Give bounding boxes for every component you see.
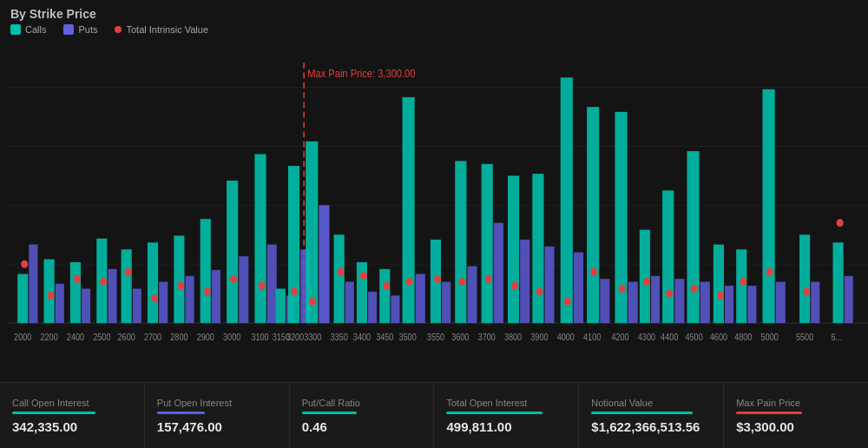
calls-legend-label: Calls bbox=[25, 24, 46, 35]
svg-text:3450: 3450 bbox=[376, 333, 393, 343]
svg-text:3300: 3300 bbox=[304, 333, 321, 343]
svg-rect-13 bbox=[70, 262, 81, 323]
svg-text:4200: 4200 bbox=[611, 333, 628, 343]
svg-rect-99 bbox=[799, 234, 810, 323]
svg-text:4500: 4500 bbox=[685, 333, 702, 343]
svg-rect-52 bbox=[391, 295, 399, 323]
svg-rect-70 bbox=[544, 247, 554, 323]
svg-point-12 bbox=[48, 292, 55, 300]
stat-max-pain-label: Max Pain Price bbox=[736, 398, 856, 408]
svg-point-98 bbox=[766, 268, 773, 276]
svg-rect-93 bbox=[736, 249, 746, 323]
svg-rect-102 bbox=[833, 242, 844, 323]
svg-rect-55 bbox=[416, 274, 425, 324]
svg-rect-8 bbox=[29, 245, 37, 324]
svg-text:3550: 3550 bbox=[427, 333, 444, 343]
svg-point-71 bbox=[536, 287, 542, 295]
stat-notional-bar bbox=[591, 412, 693, 414]
svg-text:3400: 3400 bbox=[353, 333, 371, 343]
chart-area: Max Pain Price: 3,300.00 bbox=[0, 38, 868, 382]
stat-put-oi-bar bbox=[157, 412, 205, 414]
stat-put-oi-label: Put Open Interest bbox=[157, 398, 277, 408]
stat-total-oi: Total Open Interest 499,811.00 bbox=[434, 383, 579, 448]
svg-text:2600: 2600 bbox=[118, 333, 135, 343]
svg-rect-67 bbox=[520, 240, 529, 323]
svg-text:5500: 5500 bbox=[796, 333, 813, 343]
svg-point-89 bbox=[691, 285, 698, 293]
svg-rect-75 bbox=[587, 107, 599, 323]
intrinsic-legend-label: Total Intrinsic Value bbox=[126, 24, 208, 35]
svg-point-33 bbox=[230, 275, 237, 283]
stat-put-oi-value: 157,476.00 bbox=[157, 419, 277, 434]
svg-rect-22 bbox=[148, 242, 158, 323]
svg-rect-51 bbox=[379, 269, 390, 323]
svg-rect-26 bbox=[185, 276, 194, 323]
legend: Calls Puts Total Intrinsic Value bbox=[10, 24, 858, 35]
svg-rect-17 bbox=[108, 269, 116, 323]
svg-point-74 bbox=[564, 298, 571, 306]
legend-calls: Calls bbox=[10, 24, 46, 35]
svg-point-15 bbox=[74, 275, 81, 283]
stat-notional-value: $1,622,366,513.56 bbox=[591, 419, 711, 434]
svg-point-21 bbox=[125, 268, 132, 276]
svg-point-59 bbox=[434, 275, 441, 283]
chart-svg: Max Pain Price: 3,300.00 bbox=[7, 38, 868, 382]
stat-max-pain-bar bbox=[736, 412, 802, 414]
puts-legend-label: Puts bbox=[78, 24, 97, 35]
svg-rect-10 bbox=[44, 260, 55, 324]
svg-rect-37 bbox=[276, 289, 286, 324]
stat-max-pain-value: $3,300.00 bbox=[736, 419, 856, 434]
chart-title: By Strike Price bbox=[10, 7, 858, 21]
svg-rect-66 bbox=[508, 175, 519, 323]
svg-text:4800: 4800 bbox=[734, 333, 752, 343]
svg-rect-42 bbox=[306, 142, 318, 323]
svg-text:3200: 3200 bbox=[286, 333, 304, 343]
svg-rect-97 bbox=[776, 282, 786, 324]
svg-rect-20 bbox=[133, 289, 141, 324]
stat-call-oi: Call Open Interest 342,335.00 bbox=[0, 383, 145, 448]
svg-text:Max Pain Price: 3,300.00: Max Pain Price: 3,300.00 bbox=[307, 68, 416, 81]
svg-rect-31 bbox=[227, 181, 238, 323]
svg-text:3500: 3500 bbox=[398, 333, 416, 343]
svg-rect-100 bbox=[811, 282, 819, 324]
svg-rect-96 bbox=[763, 89, 775, 323]
svg-rect-7 bbox=[17, 274, 28, 324]
stat-notional-label: Notional Value bbox=[591, 398, 711, 408]
chart-header: By Strike Price Calls Puts Total Intrins… bbox=[0, 0, 868, 38]
stat-notional: Notional Value $1,622,366,513.56 bbox=[579, 383, 724, 448]
stat-total-oi-value: 499,811.00 bbox=[446, 419, 566, 434]
svg-text:3350: 3350 bbox=[331, 333, 348, 343]
svg-text:4000: 4000 bbox=[557, 333, 575, 343]
svg-rect-73 bbox=[574, 253, 583, 323]
svg-rect-88 bbox=[700, 282, 710, 324]
svg-rect-14 bbox=[82, 289, 90, 324]
svg-text:3600: 3600 bbox=[451, 333, 469, 343]
svg-point-9 bbox=[21, 260, 28, 268]
svg-text:2700: 2700 bbox=[144, 333, 161, 343]
svg-text:3000: 3000 bbox=[223, 333, 240, 343]
svg-point-104 bbox=[837, 219, 844, 227]
svg-point-83 bbox=[643, 278, 650, 286]
intrinsic-legend-dot bbox=[115, 26, 122, 33]
svg-rect-29 bbox=[212, 270, 220, 323]
svg-text:4300: 4300 bbox=[638, 333, 655, 343]
stat-total-oi-bar bbox=[446, 412, 542, 414]
svg-rect-54 bbox=[403, 97, 415, 323]
svg-rect-34 bbox=[254, 155, 266, 324]
svg-text:2500: 2500 bbox=[93, 333, 110, 343]
svg-text:3100: 3100 bbox=[251, 333, 268, 343]
svg-rect-87 bbox=[687, 151, 699, 323]
svg-text:3700: 3700 bbox=[478, 333, 496, 343]
svg-rect-11 bbox=[56, 284, 64, 323]
svg-rect-32 bbox=[239, 256, 248, 323]
stat-put-oi: Put Open Interest 157,476.00 bbox=[145, 383, 290, 448]
svg-point-86 bbox=[666, 290, 673, 298]
svg-rect-19 bbox=[122, 249, 132, 323]
svg-rect-79 bbox=[628, 282, 638, 324]
calls-legend-box bbox=[10, 24, 21, 35]
stat-total-oi-label: Total Open Interest bbox=[446, 398, 566, 408]
stat-call-oi-label: Call Open Interest bbox=[12, 398, 132, 408]
svg-rect-90 bbox=[713, 245, 724, 324]
svg-point-65 bbox=[485, 275, 492, 283]
svg-text:2400: 2400 bbox=[67, 333, 84, 343]
